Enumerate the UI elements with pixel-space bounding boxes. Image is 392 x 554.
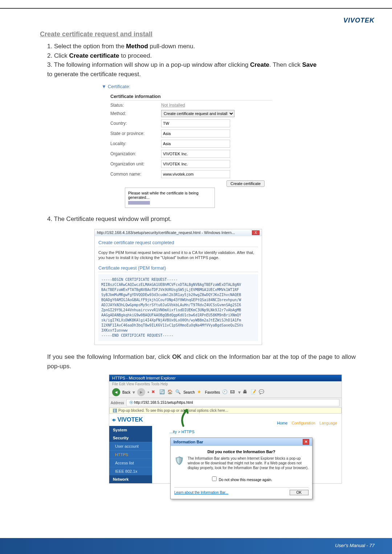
back-icon[interactable]: ◄ [112,388,120,396]
sidebar-item-user[interactable]: User account [109,442,152,450]
search-icon[interactable]: 🔍 [175,389,181,395]
home-icon[interactable]: 🏠 [167,389,173,395]
section-title: Create certificate request and install [40,30,363,38]
wait-box: Please wait while the certificate is bei… [125,188,215,208]
stop-icon[interactable]: ✖ [151,389,157,395]
vivotek-logo: 👁 VIVOTEK [109,414,152,426]
request-completed-header: Create certificate request completed [98,240,258,247]
cert-request-window: http://192.168.4.183/setup/security/cert… [94,229,262,345]
sidebar-item-security[interactable]: Security [109,434,152,442]
sidebar-item-ieee[interactable]: IEEE 802.1x [109,467,152,475]
common-input[interactable] [161,170,230,178]
sidebar-item-system[interactable]: System [109,426,152,434]
page-footer: User's Manual - 77 [335,543,375,548]
pem-header: Certificate request (PEM format) [98,265,258,272]
arrow-icon [169,406,198,427]
edit-icon[interactable]: 📝 [251,389,257,395]
country-input[interactable] [161,119,230,127]
create-certificate-button[interactable]: Create certificate [226,180,265,187]
window-title: http://192.168.4.183/setup/security/cert… [97,230,235,235]
forward-icon[interactable]: ► [137,388,145,396]
steps-list: 1. Select the option from the Method pul… [40,42,363,79]
discuss-icon[interactable]: 💬 [259,389,265,395]
state-input[interactable] [161,130,230,138]
close-icon[interactable]: X [252,230,260,235]
dialog-body: The Information Bar alerts you when Inte… [188,456,309,470]
sidebar-item-access[interactable]: Access list [109,459,152,467]
refresh-icon[interactable]: 🔄 [159,389,165,395]
top-links: Home Configuration Language [274,421,337,425]
language-link[interactable]: Language [319,421,337,425]
ie-titlebar: HTTPS - Microsoft Internet Explorer [109,375,342,381]
home-link[interactable]: Home [277,421,287,425]
close-icon[interactable]: ✕ [303,439,309,445]
org-input[interactable] [161,150,230,158]
ie-toolbar: ◄ Back ▾ ► • ✖ 🔄 🏠 🔍 Search ★ Favorites … [109,387,342,398]
configuration-link[interactable]: Configuration [292,421,315,425]
dont-show-checkbox[interactable] [212,476,217,481]
progress-bar [128,201,150,205]
print-icon[interactable]: 🖶 [243,389,249,395]
cert-info-header: Certificate information [110,94,272,100]
sidebar-item-https[interactable]: HTTPS [109,450,152,459]
certificate-form-screenshot: ▼Certificate: Certificate information St… [102,84,272,208]
dialog-question: Did you notice the Information Bar? [174,450,309,454]
method-select[interactable]: Create certificate request and install [161,110,234,117]
info-icon: ℹ️ [113,409,117,413]
request-instructions: Copy the PEM format request below and se… [98,250,258,260]
orgunit-input[interactable] [161,160,230,168]
learn-link[interactable]: Learn about the Information Bar... [174,491,228,495]
locality-input[interactable] [161,140,230,148]
ie-window-screenshot: HTTPS - Microsoft Internet Explorer File… [109,374,342,484]
ok-button[interactable]: OK [290,490,309,495]
step-4: 4. The Certificate request window will p… [40,214,363,224]
sidebar-item-network[interactable]: Network [109,475,152,483]
checkbox-row[interactable]: Do not show this message again. [174,475,309,482]
pem-text: -----BEGIN CERTIFICATE REQUEST----- MIIB… [98,274,258,341]
address-bar[interactable]: ⓔ http://192.168.5.151/setup/https.html [126,399,339,406]
history-icon[interactable]: 🕘 [222,389,228,395]
favorites-icon[interactable]: ★ [197,389,203,395]
collapse-icon: ▼ [102,84,106,89]
shield-icon: 🛡️ [174,456,184,466]
popup-blocked-bar[interactable]: ℹ️Pop-up blocked. To see this pop-up or … [109,407,342,414]
mail-icon[interactable]: 🖂 [230,389,236,395]
sidebar-menu: System Security User account HTTPS Acces… [109,426,152,483]
ie-menubar: File Edit View Favorites Tools Help [109,381,342,387]
info-bar-dialog: Information Bar✕ Did you notice the Info… [170,438,313,499]
info-bar-paragraph: If you see the following Information bar… [40,352,363,371]
brand-label: VIVOTEK [343,17,375,24]
